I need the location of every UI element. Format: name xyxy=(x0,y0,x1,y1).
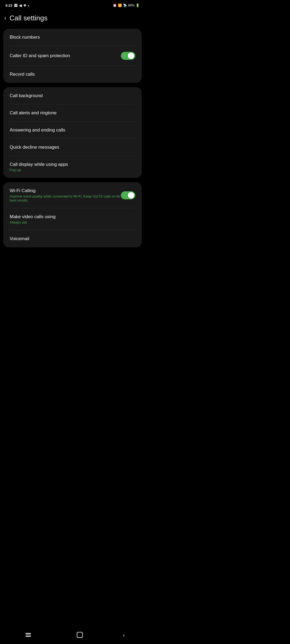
voicemail-label: Voicemail xyxy=(10,236,29,241)
wifi-calling-toggle[interactable] xyxy=(121,191,135,199)
call-background-item[interactable]: Call background xyxy=(3,87,142,104)
record-calls-label: Record calls xyxy=(10,72,35,77)
back-button[interactable]: ‹ xyxy=(4,15,6,22)
battery-icon: 🔋 xyxy=(136,3,140,7)
call-display-apps-subtitle: Pop-up xyxy=(10,168,68,172)
caller-id-spam-item[interactable]: Caller ID and spam protection xyxy=(3,46,142,66)
wifi-calling-item[interactable]: Wi-Fi Calling Improve voice quality whil… xyxy=(3,182,142,208)
voicemail-item[interactable]: Voicemail xyxy=(3,230,142,247)
record-calls-item[interactable]: Record calls xyxy=(3,66,142,83)
settings-group-3: Wi-Fi Calling Improve voice quality whil… xyxy=(3,182,142,247)
call-display-apps-content: Call display while using apps Pop-up xyxy=(10,162,68,172)
answering-ending-calls-item[interactable]: Answering and ending calls xyxy=(3,122,142,139)
answering-ending-calls-label: Answering and ending calls xyxy=(10,127,65,133)
header: ‹ Call settings xyxy=(0,10,145,29)
block-numbers-label: Block numbers xyxy=(10,35,40,40)
make-video-calls-content: Make video calls using Always ask xyxy=(10,214,56,224)
make-video-calls-label: Make video calls using xyxy=(10,214,56,219)
make-video-calls-subtitle: Always ask xyxy=(10,220,56,224)
call-display-apps-item[interactable]: Call display while using apps Pop-up xyxy=(3,156,142,178)
content-area: Block numbers Caller ID and spam protect… xyxy=(0,29,145,270)
status-left: 8:23 🖼 ◀ ❊ • xyxy=(5,3,29,8)
make-video-calls-item[interactable]: Make video calls using Always ask xyxy=(3,208,142,230)
wifi-icon: 📶 xyxy=(118,3,122,7)
alarm-icon: ⏰ xyxy=(113,3,117,7)
signal-icon: 📡 xyxy=(123,3,127,7)
call-background-label: Call background xyxy=(10,93,43,98)
call-alerts-ringtone-label: Call alerts and ringtone xyxy=(10,110,57,116)
quick-decline-messages-item[interactable]: Quick decline messages xyxy=(3,139,142,156)
time: 8:23 xyxy=(5,3,12,8)
photo-icon: 🖼 xyxy=(14,3,17,8)
settings-group-2: Call background Call alerts and ringtone… xyxy=(3,87,142,178)
caller-id-spam-toggle[interactable] xyxy=(121,52,135,60)
call-display-apps-label: Call display while using apps xyxy=(10,162,68,167)
quick-decline-messages-label: Quick decline messages xyxy=(10,145,59,150)
grid-icon: ❊ xyxy=(23,3,26,8)
caller-id-spam-label: Caller ID and spam protection xyxy=(10,53,70,58)
settings-group-1: Block numbers Caller ID and spam protect… xyxy=(3,29,142,83)
dot-icon: • xyxy=(28,3,29,8)
wifi-calling-subtitle: Improve voice quality while connected to… xyxy=(10,194,121,202)
wifi-calling-content: Wi-Fi Calling Improve voice quality whil… xyxy=(10,188,121,202)
call-alerts-ringtone-item[interactable]: Call alerts and ringtone xyxy=(3,104,142,122)
status-right: ⏰ 📶 📡 86% 🔋 xyxy=(113,3,140,7)
wifi-calling-label: Wi-Fi Calling xyxy=(10,188,121,193)
navigation-icon: ◀ xyxy=(19,3,22,8)
block-numbers-item[interactable]: Block numbers xyxy=(3,29,142,46)
page-title: Call settings xyxy=(9,14,48,22)
status-bar: 8:23 🖼 ◀ ❊ • ⏰ 📶 📡 86% 🔋 xyxy=(0,0,145,10)
battery-text: 86% xyxy=(128,3,135,7)
